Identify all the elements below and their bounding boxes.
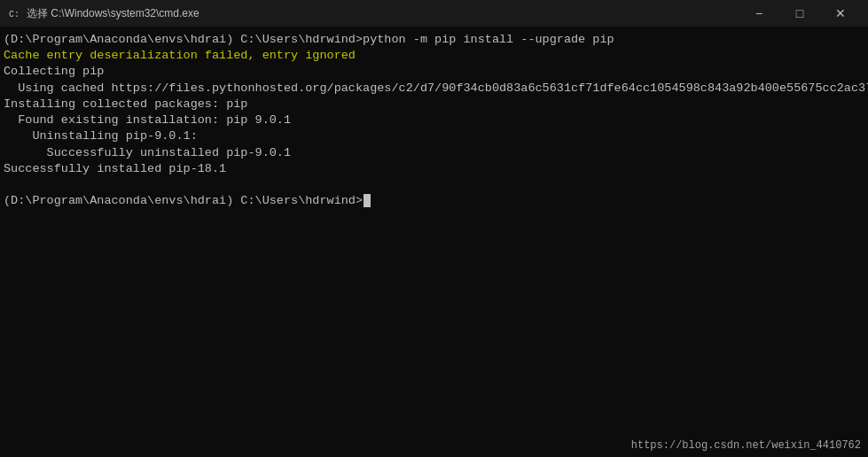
- close-button[interactable]: ✕: [820, 0, 861, 27]
- watermark: https://blog.csdn.net/weixin_4410762: [631, 439, 861, 452]
- line-7: Found existing installation: pip 9.0.1: [4, 113, 291, 127]
- cursor: [364, 194, 371, 207]
- window-controls: − □ ✕: [739, 0, 861, 27]
- terminal-output: (D:\Program\Anaconda\envs\hdrai) C:\User…: [4, 32, 864, 209]
- line-4: Using cached https://files.pythonhosted.…: [4, 81, 865, 95]
- terminal-area[interactable]: (D:\Program\Anaconda\envs\hdrai) C:\User…: [0, 27, 868, 457]
- line-6: Installing collected packages: pip: [4, 97, 247, 111]
- line-12-prompt: (D:\Program\Anaconda\envs\hdrai) C:\User…: [4, 194, 363, 207]
- title-bar: C: 选择 C:\Windows\system32\cmd.exe − □ ✕: [0, 0, 868, 27]
- line-9: Successfully uninstalled pip-9.0.1: [4, 146, 291, 159]
- window-title: 选择 C:\Windows\system32\cmd.exe: [27, 6, 739, 21]
- line-2-error: Cache entry deserialization failed, entr…: [4, 49, 356, 62]
- maximize-button[interactable]: □: [779, 0, 820, 27]
- minimize-button[interactable]: −: [739, 0, 779, 27]
- svg-text:C:: C:: [9, 10, 20, 19]
- line-10: Successfully installed pip-18.1: [4, 162, 226, 175]
- line-3: Collecting pip: [4, 65, 104, 78]
- cmd-icon: C:: [7, 6, 21, 20]
- line-8: Uninstalling pip-9.0.1:: [4, 129, 198, 143]
- line-1: (D:\Program\Anaconda\envs\hdrai) C:\User…: [4, 33, 614, 46]
